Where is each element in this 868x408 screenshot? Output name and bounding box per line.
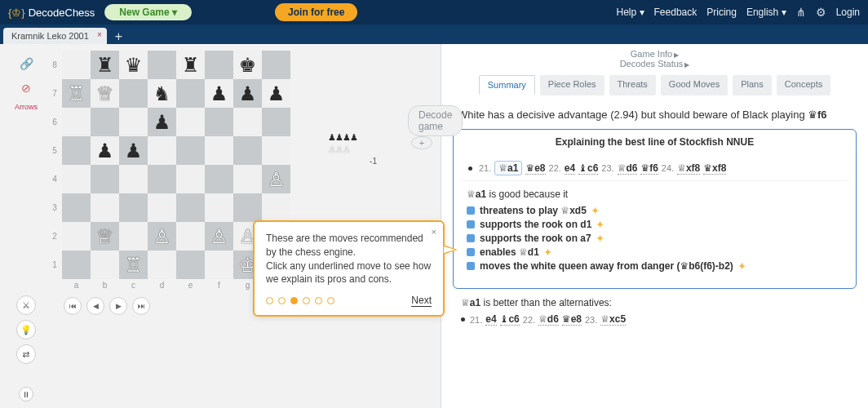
gear-icon[interactable]: ⚙ xyxy=(816,6,826,19)
game-info-toggle[interactable]: Game Info▶ xyxy=(451,49,858,59)
join-free-button[interactable]: Join for free xyxy=(275,3,357,21)
square-b1[interactable] xyxy=(91,251,119,279)
square-a8[interactable] xyxy=(62,51,91,79)
square-c8[interactable]: ♛ xyxy=(119,51,148,79)
square-f2[interactable]: ♙ xyxy=(205,222,233,251)
square-b2[interactable]: ♕ xyxy=(91,222,119,251)
square-e6[interactable] xyxy=(176,108,205,136)
lightbulb-icon[interactable]: 💡 xyxy=(16,320,36,339)
square-g3[interactable] xyxy=(233,193,262,222)
square-d8[interactable] xyxy=(148,51,176,79)
square-f8[interactable] xyxy=(205,51,233,79)
square-g7[interactable]: ♟ xyxy=(233,79,262,108)
square-g8[interactable]: ♚ xyxy=(233,51,262,79)
move[interactable]: ♛f6 xyxy=(640,162,658,175)
square-b5[interactable]: ♟ xyxy=(91,136,119,165)
next-move-button[interactable]: ▶ xyxy=(109,297,127,315)
move[interactable]: e4 xyxy=(485,313,496,326)
square-b3[interactable] xyxy=(91,193,119,222)
reason-item[interactable]: enables ♕d1✦ xyxy=(467,246,843,258)
add-tab-button[interactable]: + xyxy=(115,29,122,44)
feedback-link[interactable]: Feedback xyxy=(654,7,698,18)
square-d7[interactable]: ♞ xyxy=(148,79,176,108)
square-f7[interactable]: ♟ xyxy=(205,79,233,108)
decode-game-button[interactable]: Decode game+ xyxy=(408,105,463,149)
square-a3[interactable] xyxy=(62,193,91,222)
square-e2[interactable] xyxy=(176,222,205,251)
square-h6[interactable] xyxy=(262,108,290,136)
square-b6[interactable] xyxy=(91,108,119,136)
square-a2[interactable] xyxy=(62,222,91,251)
move[interactable]: e4 xyxy=(565,162,575,175)
plus-icon[interactable]: + xyxy=(411,136,432,149)
forbid-icon[interactable]: ⊘ xyxy=(16,78,36,98)
first-move-button[interactable]: ⏮ xyxy=(64,297,82,315)
reason-item[interactable]: supports the rook on d1✦ xyxy=(467,219,843,230)
last-move-button[interactable]: ⏭ xyxy=(132,297,150,315)
square-e5[interactable] xyxy=(176,136,205,165)
square-c7[interactable] xyxy=(119,79,148,108)
square-d4[interactable] xyxy=(148,165,176,193)
square-b4[interactable] xyxy=(91,165,119,193)
help-link[interactable]: Help ▾ xyxy=(617,7,644,18)
square-e8[interactable]: ♜ xyxy=(176,51,205,79)
square-g6[interactable] xyxy=(233,108,262,136)
square-a7[interactable]: ♖ xyxy=(62,79,91,108)
square-c5[interactable]: ♟ xyxy=(119,136,148,165)
reason-item[interactable]: moves the white queen away from danger (… xyxy=(467,260,843,272)
login-link[interactable]: Login xyxy=(836,7,860,18)
tab-threats[interactable]: Threats xyxy=(609,75,656,95)
prev-move-button[interactable]: ◀ xyxy=(86,297,104,315)
square-a4[interactable] xyxy=(62,165,91,193)
move[interactable]: ♕d6 xyxy=(538,313,559,326)
square-c3[interactable] xyxy=(119,193,148,222)
square-d2[interactable]: ♙ xyxy=(148,222,176,251)
move[interactable]: ♕d6 xyxy=(618,162,638,175)
square-h3[interactable] xyxy=(262,193,290,222)
square-c1[interactable]: ♖ xyxy=(119,251,148,279)
move[interactable]: ♛e8 xyxy=(562,313,582,326)
decodes-status-toggle[interactable]: Decodes Status▶ xyxy=(451,59,858,69)
tab-plans[interactable]: Plans xyxy=(733,75,772,95)
square-g4[interactable] xyxy=(233,165,262,193)
square-e3[interactable] xyxy=(176,193,205,222)
tab-concepts[interactable]: Concepts xyxy=(777,75,830,95)
square-a1[interactable] xyxy=(62,251,91,279)
square-c6[interactable] xyxy=(119,108,148,136)
tab-piece-roles[interactable]: Piece Roles xyxy=(540,75,604,95)
swap-icon[interactable]: ⇅ xyxy=(16,344,36,364)
square-f5[interactable] xyxy=(205,136,233,165)
move[interactable]: ♕xc5 xyxy=(600,313,626,326)
square-f1[interactable] xyxy=(205,251,233,279)
logo[interactable]: {♔} DecodeChess xyxy=(8,7,95,19)
swords-icon[interactable]: ⚔ xyxy=(16,295,36,315)
next-button[interactable]: Next xyxy=(411,295,432,307)
square-f3[interactable] xyxy=(205,193,233,222)
close-icon[interactable]: × xyxy=(97,30,102,39)
move[interactable]: ♕xf8 xyxy=(677,162,700,175)
link-icon[interactable]: 🔗 xyxy=(16,54,36,73)
tab-summary[interactable]: Summary xyxy=(479,75,535,95)
square-h4[interactable]: ♙ xyxy=(262,165,290,193)
square-f4[interactable] xyxy=(205,165,233,193)
square-b7[interactable]: ♕ xyxy=(91,79,119,108)
square-a6[interactable] xyxy=(62,108,91,136)
close-icon[interactable]: × xyxy=(432,227,436,237)
reason-item[interactable]: threatens to play ♕xd5✦ xyxy=(467,205,843,216)
tab-good-moves[interactable]: Good Moves xyxy=(661,75,728,95)
reason-item[interactable]: supports the rook on a7✦ xyxy=(467,233,843,244)
square-c2[interactable] xyxy=(119,222,148,251)
square-a5[interactable] xyxy=(62,136,91,165)
square-h5[interactable] xyxy=(262,136,290,165)
game-tab[interactable]: Kramnik Leko 2001 × xyxy=(3,28,107,44)
pricing-link[interactable]: Pricing xyxy=(706,7,737,18)
pause-icon[interactable]: ⏸ xyxy=(19,387,33,401)
move[interactable]: ♕a1 xyxy=(494,161,522,175)
square-h8[interactable] xyxy=(262,51,290,79)
square-d6[interactable]: ♟ xyxy=(148,108,176,136)
square-d3[interactable] xyxy=(148,193,176,222)
move[interactable]: ♝c6 xyxy=(500,313,520,326)
move[interactable]: ♛xf8 xyxy=(703,162,726,175)
square-c4[interactable] xyxy=(119,165,148,193)
new-game-button[interactable]: New Game ▾ xyxy=(104,4,192,20)
